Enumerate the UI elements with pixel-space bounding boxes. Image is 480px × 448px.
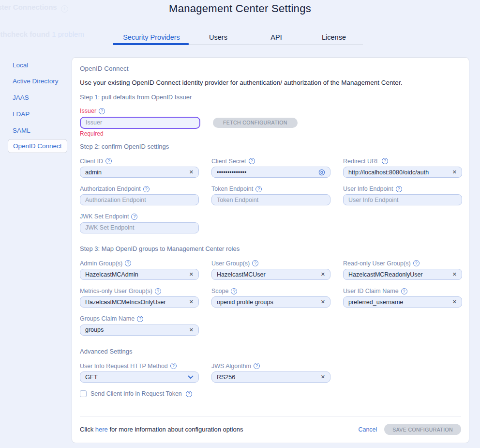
sidebar-item-active-directory[interactable]: Active Directory — [13, 77, 59, 85]
help-icon[interactable]: ? — [170, 363, 177, 369]
scope-input[interactable]: ✕ — [211, 296, 330, 308]
field-client-secret: Client Secret ? — [211, 158, 330, 178]
footer-actions: Cancel SAVE CONFIGURATION — [358, 424, 461, 435]
authorization-endpoint-input[interactable] — [80, 194, 199, 205]
readonly-groups-input-field[interactable] — [348, 271, 450, 278]
help-icon[interactable]: ? — [252, 260, 258, 266]
user-info-endpoint-input-field[interactable] — [348, 197, 457, 203]
metrics-groups-input-field[interactable] — [85, 299, 186, 306]
help-icon[interactable]: ? — [143, 186, 150, 192]
clear-icon[interactable]: ✕ — [321, 299, 325, 305]
authorization-endpoint-label: Authorization Endpoint — [80, 185, 141, 192]
user-id-claim-input-field[interactable] — [348, 299, 450, 306]
groups-claim-label: Groups Claim Name — [80, 315, 135, 322]
token-endpoint-input-field[interactable] — [217, 197, 325, 203]
clear-icon[interactable]: ✕ — [452, 272, 457, 277]
tab-security-providers[interactable]: Security Providers — [123, 33, 180, 41]
jwk-set-endpoint-input[interactable] — [80, 222, 199, 233]
healthcheck-problem-text: 1 problem — [52, 30, 84, 38]
help-icon[interactable]: ? — [401, 288, 407, 294]
tab-users[interactable]: Users — [209, 33, 227, 41]
groups-claim-input-field[interactable] — [85, 326, 186, 333]
client-id-label: Client ID — [80, 158, 103, 165]
jwk-set-endpoint-input-field[interactable] — [85, 224, 194, 231]
user-id-claim-input[interactable]: ✕ — [343, 296, 462, 308]
jws-algorithm-input[interactable]: ✕ — [211, 371, 330, 383]
help-icon[interactable]: ? — [99, 108, 105, 114]
http-method-select[interactable]: GET — [80, 371, 199, 383]
clear-icon[interactable]: ✕ — [189, 299, 194, 305]
readonly-groups-input[interactable]: ✕ — [343, 269, 462, 280]
clear-icon[interactable]: ✕ — [189, 170, 194, 175]
clear-icon[interactable]: ✕ — [189, 272, 194, 277]
field-http-method: User Info Request HTTP Method ? GET — [80, 363, 199, 383]
openid-connect-panel: OpenID Connect Use your existing OpenID … — [72, 57, 469, 443]
client-id-input[interactable]: ✕ — [80, 167, 199, 178]
clear-icon[interactable]: ✕ — [452, 170, 457, 175]
help-icon[interactable]: ? — [155, 288, 161, 294]
user-groups-input-field[interactable] — [217, 271, 318, 278]
help-icon[interactable]: ? — [131, 214, 137, 220]
admin-groups-label: Admin Group(s) — [80, 260, 122, 267]
field-token-endpoint: Token Endpoint ? — [211, 185, 330, 205]
redirect-url-input[interactable]: ✕ — [343, 167, 462, 178]
http-method-label: User Info Request HTTP Method — [80, 363, 168, 370]
fetch-configuration-button[interactable]: FETCH CONFIGURATION — [213, 118, 298, 128]
groups-claim-input[interactable]: ✕ — [80, 324, 199, 336]
more-info-link[interactable]: here — [95, 426, 108, 433]
help-icon[interactable]: ? — [396, 186, 402, 192]
sidebar-item-jaas[interactable]: JAAS — [13, 94, 29, 101]
cancel-button[interactable]: Cancel — [358, 426, 377, 433]
help-icon[interactable]: ? — [382, 158, 388, 164]
healthcheck-text: althcheck found — [0, 30, 52, 38]
client-secret-input[interactable] — [211, 167, 330, 178]
sidebar-item-local[interactable]: Local — [13, 62, 28, 69]
client-secret-input-field[interactable] — [217, 169, 315, 176]
field-user-info-endpoint: User Info Endpoint ? — [343, 185, 462, 205]
chevron-down-icon[interactable] — [188, 375, 194, 379]
clear-icon[interactable]: ✕ — [321, 374, 325, 380]
user-info-endpoint-input[interactable] — [343, 194, 462, 205]
help-icon[interactable]: ? — [231, 288, 237, 294]
metrics-groups-input[interactable]: ✕ — [80, 296, 199, 308]
admin-groups-input[interactable]: ✕ — [80, 269, 199, 280]
help-icon[interactable]: ? — [249, 158, 255, 164]
help-icon[interactable]: ? — [255, 186, 262, 192]
admin-groups-input-field[interactable] — [85, 271, 186, 278]
field-redirect-url: Redirect URL ? ✕ — [343, 158, 462, 178]
help-icon[interactable]: ? — [125, 260, 131, 266]
settings-tabs: Security Providers Users API License — [113, 33, 363, 46]
settings-page: uster Connections+ althcheck found 1 pro… — [0, 0, 480, 448]
redirect-url-label: Redirect URL — [343, 158, 379, 165]
clear-icon[interactable]: ✕ — [452, 299, 457, 305]
token-endpoint-input[interactable] — [211, 194, 330, 205]
issuer-row: FETCH CONFIGURATION — [80, 117, 461, 129]
scope-input-field[interactable] — [217, 299, 318, 306]
authorization-endpoint-input-field[interactable] — [85, 197, 194, 203]
help-icon[interactable]: ? — [137, 316, 143, 322]
show-password-eye-icon[interactable] — [318, 169, 325, 176]
sidebar-item-ldap[interactable]: LDAP — [13, 110, 30, 118]
clear-icon[interactable]: ✕ — [321, 272, 325, 277]
save-configuration-button[interactable]: SAVE CONFIGURATION — [384, 424, 461, 435]
tab-license[interactable]: License — [322, 33, 346, 41]
help-icon[interactable]: ? — [105, 158, 112, 164]
jws-algorithm-input-field[interactable] — [217, 374, 318, 381]
step2-row-1: Client ID ? ✕ Client Secret ? — [80, 158, 461, 178]
help-icon[interactable]: ? — [186, 391, 192, 397]
user-groups-input[interactable]: ✕ — [211, 269, 330, 280]
issuer-input[interactable] — [80, 117, 200, 129]
help-icon[interactable]: ? — [413, 260, 420, 266]
sidebar-item-saml[interactable]: SAML — [13, 127, 30, 134]
issuer-input-field[interactable] — [86, 119, 195, 126]
send-client-info-checkbox[interactable] — [80, 390, 87, 397]
help-icon[interactable]: ? — [254, 363, 260, 369]
more-info-suffix: for more information about configuration… — [108, 426, 243, 433]
client-id-input-field[interactable] — [85, 169, 186, 176]
advanced-row: User Info Request HTTP Method ? GET JWS … — [80, 363, 461, 383]
sidebar-item-openid-connect[interactable]: OpenID Connect — [8, 139, 67, 153]
clear-icon[interactable]: ✕ — [189, 327, 194, 333]
tab-api[interactable]: API — [270, 33, 282, 41]
field-jws-algorithm: JWS Algorithm ? ✕ — [211, 363, 330, 383]
redirect-url-input-field[interactable] — [348, 169, 450, 176]
